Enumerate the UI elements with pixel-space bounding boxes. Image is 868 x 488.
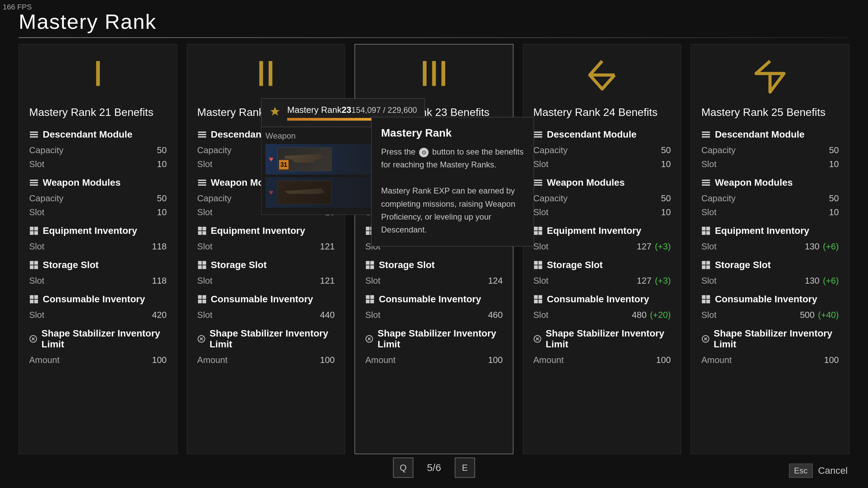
stat-row: Slot118 (29, 240, 167, 253)
section-header: Storage Slot (701, 260, 839, 270)
stat-label: Capacity (29, 145, 63, 156)
section-name: Shape Stabilizer Inventory Limit (210, 328, 335, 350)
stat-label: Slot (29, 276, 44, 286)
stat-label: Amount (701, 355, 732, 365)
stat-row: Slot10 (701, 205, 839, 219)
stat-label: Slot (197, 207, 213, 218)
section-icon-grid (29, 226, 39, 236)
rank-21-icon (29, 55, 167, 99)
section-name: Storage Slot (547, 260, 603, 270)
rank-24-title: Mastery Rank 24 Benefits (533, 105, 671, 120)
section-header: Storage Slot (197, 260, 335, 270)
stat-value-group: 100 (152, 355, 166, 365)
section-icon-grid (533, 260, 543, 270)
stat-row: Slot480(+20) (533, 308, 671, 322)
section-header: Equipment Inventory (533, 225, 671, 236)
rank-card-25[interactable]: Mastery Rank 25 BenefitsDescendant Modul… (691, 44, 849, 454)
weapon-gun-shape (282, 151, 327, 168)
stat-value-group: 10 (157, 207, 167, 218)
stat-value-group: 118 (152, 241, 166, 252)
stat-value: 124 (488, 276, 502, 286)
stat-row: Amount100 (197, 353, 335, 367)
stat-value-group: 127(+3) (637, 276, 671, 286)
section-header: Descendant Module (701, 129, 839, 140)
stat-value: 130 (805, 241, 820, 252)
stat-value-group: 100 (320, 355, 335, 365)
mastery-rank-number: 23 (341, 105, 351, 115)
stat-row: Slot127(+3) (533, 274, 671, 288)
stat-row: Capacity50 (29, 143, 167, 157)
rank-card-24[interactable]: Mastery Rank 24 BenefitsDescendant Modul… (523, 44, 682, 454)
rank-24-icon (533, 55, 671, 99)
stat-bonus: (+3) (655, 241, 671, 252)
stat-row: Amount100 (29, 353, 167, 367)
stat-bonus: (+6) (823, 241, 839, 252)
section-descendant-module: Descendant ModuleCapacity50Slot10 (701, 129, 839, 171)
section-name: Weapon Modules (547, 177, 625, 188)
section-consumable-inventory: Consumable InventorySlot460 (365, 294, 503, 322)
section-consumable-inventory: Consumable InventorySlot420 (29, 294, 167, 322)
stat-label: Slot (197, 159, 213, 169)
stat-label: Amount (29, 355, 60, 365)
section-header: Consumable Inventory (533, 294, 671, 305)
section-header: Descendant Module (533, 129, 671, 140)
stat-value-group: 10 (661, 207, 671, 218)
nav-right-key[interactable]: E (455, 458, 475, 478)
stat-value: 100 (824, 355, 839, 365)
stat-value-group: 127(+3) (637, 241, 671, 252)
stat-value: 118 (152, 276, 166, 286)
stat-label: Capacity (701, 145, 735, 156)
stat-label: Slot (701, 276, 716, 286)
stat-label: Slot (29, 310, 44, 320)
mastery-exp: 154,097 / 229,600 (351, 105, 417, 115)
section-name: Storage Slot (43, 260, 99, 270)
stat-value: 460 (488, 310, 502, 320)
section-name: Descendant Module (43, 129, 132, 140)
mastery-exp-bar-fill (287, 118, 374, 121)
section-icon-special (701, 334, 709, 344)
stat-row: Slot460 (365, 308, 503, 322)
section-name: Equipment Inventory (43, 225, 137, 236)
stat-value: 50 (157, 145, 167, 156)
stat-row: Capacity50 (29, 191, 167, 205)
stat-label: Slot (29, 159, 44, 169)
stat-row: Capacity50 (701, 191, 839, 205)
section-name: Equipment Inventory (547, 225, 641, 236)
stat-row: Slot121 (197, 240, 335, 253)
stat-value: 127 (637, 241, 651, 252)
stat-value: 127 (637, 276, 651, 286)
section-equipment-inventory: Equipment InventorySlot121 (197, 225, 335, 253)
stat-value: 480 (632, 310, 647, 320)
section-name: Shape Stabilizer Inventory Limit (546, 328, 671, 350)
stat-value: 10 (661, 159, 671, 169)
section-icon-grid (197, 294, 207, 304)
section-header: Weapon Modules (29, 177, 167, 188)
stat-value: 500 (800, 310, 814, 320)
section-name: Shape Stabilizer Inventory Limit (714, 328, 839, 350)
stat-row: Capacity50 (533, 143, 671, 157)
section-storage-slot: Storage SlotSlot121 (197, 260, 335, 288)
section-icon-special (197, 334, 205, 344)
stat-label: Amount (197, 355, 228, 365)
stat-row: Amount100 (701, 353, 839, 367)
cancel-button[interactable]: Esc Cancel (789, 464, 848, 478)
section-consumable-inventory: Consumable InventorySlot480(+20) (533, 294, 671, 322)
stat-row: Slot124 (365, 274, 503, 288)
section-header: Storage Slot (29, 260, 167, 270)
section-header: Shape Stabilizer Inventory Limit (197, 328, 335, 350)
stat-value-group: 118 (152, 276, 166, 286)
stat-value: 100 (488, 355, 502, 365)
stat-value: 420 (152, 310, 166, 320)
section-descendant-module: Descendant ModuleCapacity50Slot10 (29, 129, 167, 171)
stat-value-group: 130(+6) (805, 241, 839, 252)
nav-left-key[interactable]: Q (393, 458, 413, 478)
weapon-image-1: 31 (277, 147, 332, 171)
stat-value: 10 (157, 159, 167, 169)
section-icon-grid (533, 294, 543, 304)
section-name: Storage Slot (211, 260, 267, 270)
section-descendant-module: Descendant ModuleCapacity50Slot10 (533, 129, 671, 171)
stat-value-group: 50 (157, 193, 167, 204)
stat-value-group: 100 (656, 355, 671, 365)
rank-card-21[interactable]: Mastery Rank 21 BenefitsDescendant Modul… (19, 44, 177, 454)
stat-value-group: 124 (488, 276, 502, 286)
